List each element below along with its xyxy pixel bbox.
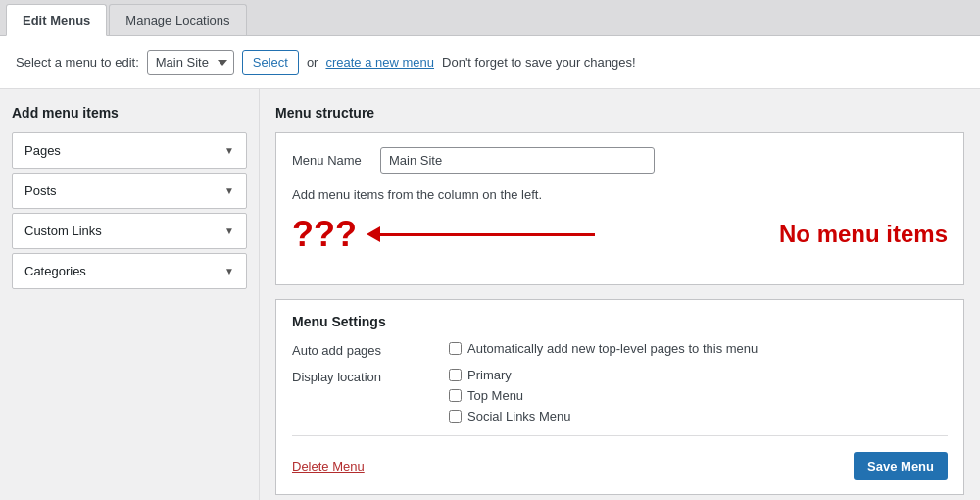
delete-menu-link[interactable]: Delete Menu [292,459,365,474]
left-panel: Add menu items Pages ▼ Posts ▼ Custom Li… [0,89,260,500]
no-items-area: ??? No menu items [292,214,948,255]
arrow-head [367,226,380,242]
menu-name-input[interactable] [380,147,655,174]
arrow-line [379,233,595,236]
select-prompt-label: Select a menu to edit: [16,55,139,70]
display-location-controls: Primary Top Menu Social Links Menu [449,368,571,424]
location-primary-checkbox[interactable] [449,369,462,381]
location-primary-row[interactable]: Primary [449,368,571,382]
accordion-pages[interactable]: Pages ▼ [12,132,247,169]
location-top-menu-label: Top Menu [467,388,523,403]
accordion-posts-arrow: ▼ [224,185,234,196]
accordion-pages-arrow: ▼ [224,145,234,156]
main-content: Add menu items Pages ▼ Posts ▼ Custom Li… [0,89,980,500]
accordion-pages-header[interactable]: Pages ▼ [13,133,246,168]
location-top-menu-row[interactable]: Top Menu [449,388,571,403]
location-social-links-checkbox[interactable] [449,410,462,423]
save-menu-button[interactable]: Save Menu [854,452,948,480]
save-hint: Don't forget to save your changes! [442,55,636,70]
accordion-posts-label: Posts [24,183,57,198]
auto-add-label: Auto add pages [292,341,429,358]
menu-name-label: Menu Name [292,153,370,168]
display-location-row: Display location Primary Top Menu Social… [292,368,948,424]
menu-structure-title: Menu structure [275,105,964,121]
display-location-label: Display location [292,368,429,384]
auto-add-row: Auto add pages Automatically add new top… [292,341,948,358]
accordion-categories-arrow: ▼ [224,266,234,276]
auto-add-checkbox-label: Automatically add new top-level pages to… [467,341,758,356]
select-menu-bar: Select a menu to edit: Main Site Select … [0,36,980,89]
accordion-categories-label: Categories [24,264,86,278]
question-marks: ??? [292,214,357,255]
right-panel: Menu structure Menu Name Add menu items … [260,89,980,500]
location-top-menu-checkbox[interactable] [449,389,462,402]
add-menu-items-title: Add menu items [12,105,247,121]
no-items-text: No menu items [779,221,948,248]
menu-settings-title: Menu Settings [292,314,948,329]
menu-structure-box: Menu Name Add menu items from the column… [275,132,964,285]
location-social-links-label: Social Links Menu [467,409,571,424]
accordion-custom-links-arrow: ▼ [224,225,234,236]
location-primary-label: Primary [467,368,512,382]
accordion-posts[interactable]: Posts ▼ [12,173,247,209]
accordion-custom-links-header[interactable]: Custom Links ▼ [13,214,246,248]
auto-add-checkbox[interactable] [449,342,462,355]
tab-bar: Edit Menus Manage Locations [0,0,980,36]
footer-actions: Delete Menu Save Menu [292,448,948,480]
accordion-categories-header[interactable]: Categories ▼ [13,254,246,288]
auto-add-controls: Automatically add new top-level pages to… [449,341,758,356]
or-separator: or [307,55,318,70]
tab-manage-locations[interactable]: Manage Locations [109,4,246,35]
create-new-menu-link[interactable]: create a new menu [325,55,434,70]
settings-divider [292,435,948,436]
menu-name-row: Menu Name [292,147,948,174]
accordion-custom-links-label: Custom Links [24,224,102,238]
accordion-pages-label: Pages [24,143,61,158]
accordion-custom-links[interactable]: Custom Links ▼ [12,213,247,249]
tab-edit-menus[interactable]: Edit Menus [6,4,107,36]
arrow-right [367,226,769,242]
accordion-categories[interactable]: Categories ▼ [12,253,247,289]
accordion-posts-header[interactable]: Posts ▼ [13,174,246,208]
auto-add-checkbox-row[interactable]: Automatically add new top-level pages to… [449,341,758,356]
menu-dropdown[interactable]: Main Site [147,50,234,75]
location-social-links-row[interactable]: Social Links Menu [449,409,571,424]
menu-settings-section: Menu Settings Auto add pages Automatical… [275,299,964,495]
select-button[interactable]: Select [242,50,299,75]
add-items-hint: Add menu items from the column on the le… [292,187,948,202]
